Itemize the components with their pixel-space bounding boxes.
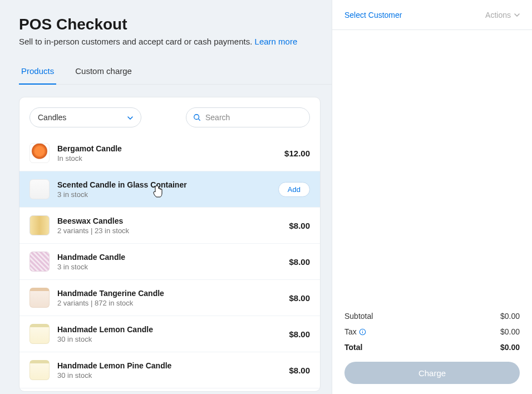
product-info: Handmade Lemon Pine Candle 30 in stock <box>57 361 281 380</box>
select-customer-link[interactable]: Select Customer <box>344 11 402 19</box>
products-card: Candles Bergamot Candle In stock $12.00 <box>19 97 321 392</box>
product-thumbnail <box>29 215 50 235</box>
product-row[interactable]: Handmade Candle 3 in stock $8.00 <box>19 244 320 280</box>
product-price: $8.00 <box>289 257 310 267</box>
product-thumbnail <box>29 324 50 344</box>
product-name: Beeswax Candles <box>57 216 281 225</box>
product-name: Handmade Candle <box>57 253 281 262</box>
product-stock: 30 in stock <box>57 371 281 380</box>
product-stock: 30 in stock <box>57 335 281 343</box>
subtotal-label: Subtotal <box>344 312 373 321</box>
page-subtitle: Sell to in-person customers and accept c… <box>19 37 332 46</box>
chevron-down-icon <box>514 13 520 17</box>
product-row[interactable]: Handmade Jasmine Candle <box>19 388 320 391</box>
product-stock: 2 variants | 872 in stock <box>57 299 281 307</box>
product-info: Handmade Tangerine Candle 2 variants | 8… <box>57 289 281 307</box>
chevron-down-icon <box>127 114 133 121</box>
cart-header: Select Customer Actions <box>332 0 532 30</box>
tax-value: $0.00 <box>500 327 520 336</box>
page-title: POS Checkout <box>19 16 332 33</box>
svg-line-1 <box>199 119 200 121</box>
tab-products[interactable]: Products <box>19 61 56 85</box>
actions-label: Actions <box>485 11 511 19</box>
product-price: $8.00 <box>289 293 310 303</box>
tabs: Products Custom charge <box>19 61 332 85</box>
tax-label: Tax <box>344 327 357 336</box>
category-value: Candles <box>38 113 66 122</box>
product-thumbnail <box>29 252 50 272</box>
svg-point-4 <box>362 330 363 331</box>
product-name: Handmade Lemon Pine Candle <box>57 361 281 370</box>
product-thumbnail <box>29 179 50 199</box>
cart-totals: Subtotal $0.00 Tax $0.00 Total $0.00 Cha… <box>332 308 532 394</box>
product-row[interactable]: Handmade Tangerine Candle 2 variants | 8… <box>19 280 320 316</box>
product-thumbnail <box>29 360 50 380</box>
product-stock: In stock <box>57 154 277 162</box>
actions-dropdown[interactable]: Actions <box>485 11 520 19</box>
product-name: Bergamot Candle <box>57 144 277 153</box>
charge-button[interactable]: Charge <box>344 362 520 384</box>
product-price: $12.00 <box>284 149 310 158</box>
product-thumbnail <box>29 288 50 308</box>
product-stock: 3 in stock <box>57 190 270 199</box>
search-input[interactable] <box>205 113 303 122</box>
product-thumbnail <box>29 143 50 163</box>
subtotal-value: $0.00 <box>500 312 520 321</box>
search-field[interactable] <box>186 107 310 127</box>
product-row[interactable]: Handmade Lemon Pine Candle 30 in stock $… <box>19 352 320 388</box>
product-info: Bergamot Candle In stock <box>57 144 277 162</box>
add-button[interactable]: Add <box>278 182 310 197</box>
cart-body <box>332 30 532 308</box>
subtotal-row: Subtotal $0.00 <box>344 308 520 324</box>
product-row[interactable]: Bergamot Candle In stock $12.00 <box>19 135 320 171</box>
product-name: Handmade Tangerine Candle <box>57 289 281 298</box>
total-value: $0.00 <box>500 343 520 352</box>
search-icon <box>193 114 201 121</box>
product-info: Scented Candle in Glass Container 3 in s… <box>57 180 270 199</box>
product-row[interactable]: Scented Candle in Glass Container 3 in s… <box>19 171 320 208</box>
product-row[interactable]: Beeswax Candles 2 variants | 23 in stock… <box>19 208 320 244</box>
info-icon[interactable] <box>359 328 366 336</box>
product-info: Beeswax Candles 2 variants | 23 in stock <box>57 216 281 235</box>
product-info: Handmade Lemon Candle 30 in stock <box>57 325 281 343</box>
product-price: $8.00 <box>289 221 310 230</box>
subtitle-text: Sell to in-person customers and accept c… <box>19 37 255 46</box>
tab-custom-charge[interactable]: Custom charge <box>73 61 134 85</box>
category-dropdown[interactable]: Candles <box>29 107 141 127</box>
learn-more-link[interactable]: Learn more <box>255 37 298 46</box>
cart-pane: Select Customer Actions Subtotal $0.00 T… <box>332 0 532 394</box>
product-price: $8.00 <box>289 366 310 375</box>
product-name: Handmade Lemon Candle <box>57 325 281 334</box>
total-label: Total <box>344 343 362 352</box>
product-info: Handmade Candle 3 in stock <box>57 253 281 271</box>
total-row: Total $0.00 <box>344 339 520 355</box>
product-stock: 2 variants | 23 in stock <box>57 226 281 235</box>
product-list[interactable]: Bergamot Candle In stock $12.00 Scented … <box>19 135 320 391</box>
filter-row: Candles <box>19 97 320 135</box>
product-stock: 3 in stock <box>57 263 281 271</box>
product-name: Scented Candle in Glass Container <box>57 180 270 189</box>
product-row[interactable]: Handmade Lemon Candle 30 in stock $8.00 <box>19 316 320 352</box>
product-price: $8.00 <box>289 329 310 339</box>
tax-row: Tax $0.00 <box>344 324 520 339</box>
